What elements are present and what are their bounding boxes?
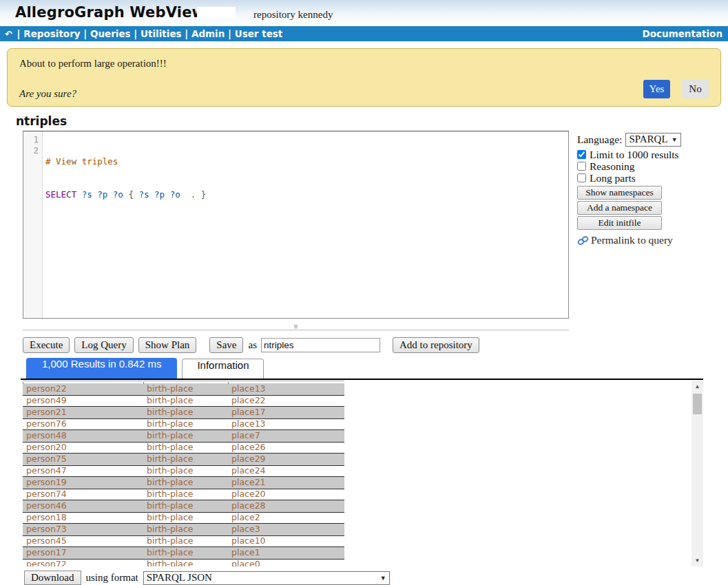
editor-code[interactable]: # View triples SELECT ?s ?p ?o { ?s ?p ?… [43,131,568,318]
table-cell[interactable]: person75 [23,454,143,465]
table-cell[interactable]: birth-place [143,524,228,535]
table-cell[interactable]: place24 [228,465,344,477]
table-cell[interactable]: person45 [23,535,143,547]
table-cell[interactable]: place3 [228,524,344,535]
download-bar: Download using format SPARQL JSON ▼ [24,571,390,585]
table-cell[interactable]: place2 [228,512,344,524]
add-a-namespace-button[interactable]: Add a namespace [577,201,662,215]
code-keyword: SELECT [45,189,76,200]
table-cell[interactable]: person76 [23,418,143,430]
table-cell[interactable]: place22 [228,395,344,407]
table-cell[interactable]: birth-place [143,430,228,442]
nav-separator: | [225,28,234,39]
permalink-link[interactable]: Permalink to query [577,234,725,246]
table-cell[interactable]: place20 [228,489,344,500]
warning-dialog: About to perform large operation!!! Are … [7,48,721,107]
editor-resize-handle[interactable]: ≡ [23,319,569,330]
save-name-input[interactable] [261,338,380,352]
tab-results[interactable]: 1,000 Results in 0.842 ms [26,358,177,379]
option-limit-to-1000-results[interactable]: Limit to 1000 results [577,149,725,160]
nav-item-repository[interactable]: Repository [23,28,80,39]
table-cell[interactable]: person19 [23,477,143,489]
scroll-down-icon[interactable]: ▼ [691,555,703,566]
table-cell[interactable]: birth-place [143,535,228,547]
table-cell[interactable]: birth-place [143,395,228,407]
yes-button[interactable]: Yes [643,80,670,98]
nav-item-documentation[interactable]: Documentation [643,26,722,41]
table-cell[interactable]: birth-place [143,512,228,524]
table-cell[interactable]: birth-place [143,477,228,489]
table-cell[interactable]: birth-place [143,489,228,500]
table-cell[interactable]: birth-place [143,454,228,465]
results-scrollbar[interactable]: ▲ ▼ [691,381,703,566]
show-plan-button[interactable]: Show Plan [138,337,197,353]
table-cell[interactable]: birth-place [143,465,228,477]
format-select[interactable]: SPARQL JSON ▼ [143,571,390,585]
nav-item-admin[interactable]: Admin [191,28,225,39]
option-reasoning[interactable]: Reasoning [577,160,725,172]
execute-button[interactable]: Execute [23,337,70,353]
table-cell[interactable]: place17 [228,407,344,418]
table-cell[interactable]: birth-place [143,559,228,566]
namespace-buttons: Show namespacesAdd a namespaceEdit initf… [577,186,662,231]
table-cell[interactable]: person22 [23,383,143,395]
checkbox-label: Reasoning [590,160,634,173]
scroll-up-icon[interactable]: ▲ [691,381,703,392]
table-cell[interactable]: place28 [228,500,344,512]
add-to-repository-button[interactable]: Add to repository [393,337,479,353]
table-cell[interactable]: person46 [23,500,143,512]
table-row: person21birth-placeplace17 [23,407,344,418]
table-cell[interactable]: person47 [23,465,143,477]
table-cell[interactable]: place13 [228,418,344,430]
download-button[interactable]: Download [24,571,81,585]
checkbox[interactable] [577,162,586,171]
tab-information[interactable]: Information [182,359,264,379]
table-cell[interactable]: place0 [228,559,344,566]
table-cell[interactable]: person18 [23,512,143,524]
checkbox[interactable] [577,150,586,159]
table-row: person48birth-placeplace7 [23,430,344,442]
table-cell[interactable]: person17 [23,547,143,559]
table-cell[interactable]: person74 [23,489,143,500]
table-cell[interactable]: place21 [228,477,344,489]
table-cell[interactable]: place29 [228,454,344,465]
table-cell[interactable]: place13 [228,383,344,395]
table-cell[interactable]: person73 [23,524,143,535]
table-row: person47birth-placeplace24 [23,465,344,477]
table-cell[interactable]: birth-place [143,418,228,430]
table-cell[interactable]: person72 [23,559,143,566]
query-editor[interactable]: 1 2 # View triples SELECT ?s ?p ?o { ?s … [23,131,569,319]
table-cell[interactable]: birth-place [143,407,228,418]
save-button[interactable]: Save [209,337,243,353]
table-cell[interactable]: person49 [23,395,143,407]
table-cell[interactable]: place7 [228,430,344,442]
edit-initfile-button[interactable]: Edit initfile [577,216,662,230]
table-cell[interactable]: birth-place [143,383,228,395]
table-cell[interactable]: place10 [228,535,344,547]
table-row: person75birth-placeplace29 [23,454,344,465]
no-button[interactable]: No [682,80,709,98]
table-cell[interactable]: birth-place [143,442,228,454]
nav-separator: | [131,28,141,39]
table-cell[interactable]: person48 [23,430,143,442]
nav-item-utilities[interactable]: Utilities [141,28,182,39]
checkbox[interactable] [577,173,586,182]
nav-item-queries[interactable]: Queries [90,28,131,39]
table-cell[interactable]: place26 [228,442,344,454]
permalink-label: Permalink to query [591,234,673,246]
code-open-brace: { [128,189,134,200]
query-toolbar: Execute Log Query Show Plan Save as Add … [23,337,484,353]
table-cell[interactable]: place1 [228,547,344,559]
dialog-message: About to perform large operation!!! [19,58,167,70]
option-long-parts[interactable]: Long parts [577,172,725,184]
log-query-button[interactable]: Log Query [74,337,133,353]
table-cell[interactable]: birth-place [143,500,228,512]
language-select[interactable]: SPARQL ▼ [625,133,680,147]
table-cell[interactable]: birth-place [143,547,228,559]
table-cell[interactable]: person20 [23,442,143,454]
nav-item-user-test[interactable]: User test [235,28,283,39]
table-cell[interactable]: person21 [23,407,143,418]
back-arrow-icon[interactable]: ↶ [5,27,12,42]
show-namespaces-button[interactable]: Show namespaces [577,186,662,200]
scrollbar-thumb[interactable] [693,394,702,414]
